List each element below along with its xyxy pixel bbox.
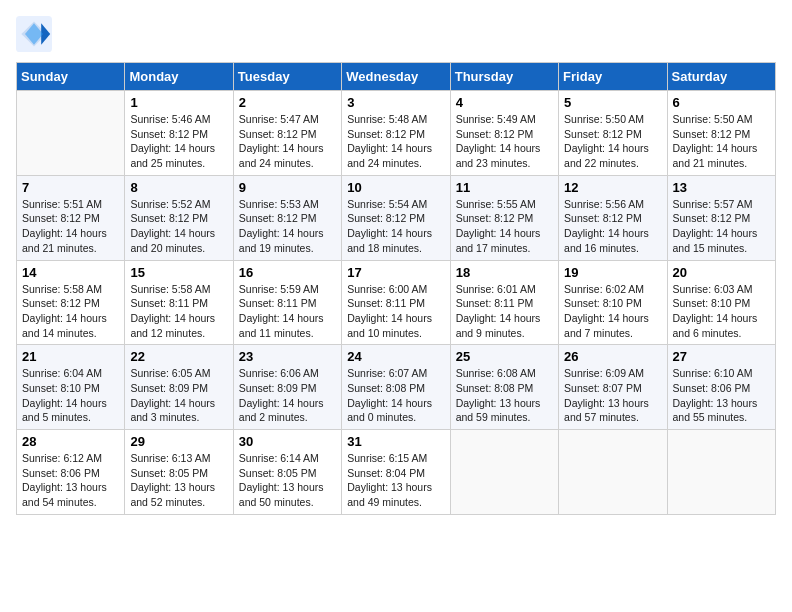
day-number: 31: [347, 434, 444, 449]
day-number: 29: [130, 434, 227, 449]
day-info: Sunrise: 6:10 AMSunset: 8:06 PMDaylight:…: [673, 366, 770, 425]
day-number: 5: [564, 95, 661, 110]
calendar-cell: 26Sunrise: 6:09 AMSunset: 8:07 PMDayligh…: [559, 345, 667, 430]
day-info: Sunrise: 6:15 AMSunset: 8:04 PMDaylight:…: [347, 451, 444, 510]
calendar-cell: 29Sunrise: 6:13 AMSunset: 8:05 PMDayligh…: [125, 430, 233, 515]
calendar-cell: 31Sunrise: 6:15 AMSunset: 8:04 PMDayligh…: [342, 430, 450, 515]
calendar-cell: 10Sunrise: 5:54 AMSunset: 8:12 PMDayligh…: [342, 175, 450, 260]
day-header-monday: Monday: [125, 63, 233, 91]
calendar-cell: 3Sunrise: 5:48 AMSunset: 8:12 PMDaylight…: [342, 91, 450, 176]
day-number: 2: [239, 95, 336, 110]
day-info: Sunrise: 5:56 AMSunset: 8:12 PMDaylight:…: [564, 197, 661, 256]
calendar-cell: 21Sunrise: 6:04 AMSunset: 8:10 PMDayligh…: [17, 345, 125, 430]
day-number: 4: [456, 95, 553, 110]
calendar-cell: 17Sunrise: 6:00 AMSunset: 8:11 PMDayligh…: [342, 260, 450, 345]
calendar-cell: 27Sunrise: 6:10 AMSunset: 8:06 PMDayligh…: [667, 345, 775, 430]
day-info: Sunrise: 6:03 AMSunset: 8:10 PMDaylight:…: [673, 282, 770, 341]
day-number: 10: [347, 180, 444, 195]
day-number: 19: [564, 265, 661, 280]
day-info: Sunrise: 6:06 AMSunset: 8:09 PMDaylight:…: [239, 366, 336, 425]
day-info: Sunrise: 6:13 AMSunset: 8:05 PMDaylight:…: [130, 451, 227, 510]
day-number: 26: [564, 349, 661, 364]
calendar-cell: 16Sunrise: 5:59 AMSunset: 8:11 PMDayligh…: [233, 260, 341, 345]
day-header-thursday: Thursday: [450, 63, 558, 91]
day-number: 14: [22, 265, 119, 280]
day-info: Sunrise: 5:53 AMSunset: 8:12 PMDaylight:…: [239, 197, 336, 256]
day-number: 22: [130, 349, 227, 364]
calendar-week-row: 28Sunrise: 6:12 AMSunset: 8:06 PMDayligh…: [17, 430, 776, 515]
day-info: Sunrise: 5:49 AMSunset: 8:12 PMDaylight:…: [456, 112, 553, 171]
calendar-cell: 7Sunrise: 5:51 AMSunset: 8:12 PMDaylight…: [17, 175, 125, 260]
day-number: 6: [673, 95, 770, 110]
calendar-cell: 19Sunrise: 6:02 AMSunset: 8:10 PMDayligh…: [559, 260, 667, 345]
day-number: 20: [673, 265, 770, 280]
calendar-cell: 1Sunrise: 5:46 AMSunset: 8:12 PMDaylight…: [125, 91, 233, 176]
day-number: 17: [347, 265, 444, 280]
day-header-wednesday: Wednesday: [342, 63, 450, 91]
day-number: 18: [456, 265, 553, 280]
day-number: 1: [130, 95, 227, 110]
day-number: 9: [239, 180, 336, 195]
calendar-header-row: SundayMondayTuesdayWednesdayThursdayFrid…: [17, 63, 776, 91]
calendar-cell: 13Sunrise: 5:57 AMSunset: 8:12 PMDayligh…: [667, 175, 775, 260]
day-number: 23: [239, 349, 336, 364]
calendar-cell: 15Sunrise: 5:58 AMSunset: 8:11 PMDayligh…: [125, 260, 233, 345]
calendar-cell: 30Sunrise: 6:14 AMSunset: 8:05 PMDayligh…: [233, 430, 341, 515]
day-info: Sunrise: 6:08 AMSunset: 8:08 PMDaylight:…: [456, 366, 553, 425]
day-info: Sunrise: 5:46 AMSunset: 8:12 PMDaylight:…: [130, 112, 227, 171]
day-info: Sunrise: 5:52 AMSunset: 8:12 PMDaylight:…: [130, 197, 227, 256]
calendar-cell: 14Sunrise: 5:58 AMSunset: 8:12 PMDayligh…: [17, 260, 125, 345]
logo: [16, 16, 58, 52]
day-number: 13: [673, 180, 770, 195]
day-number: 11: [456, 180, 553, 195]
day-info: Sunrise: 5:47 AMSunset: 8:12 PMDaylight:…: [239, 112, 336, 171]
day-info: Sunrise: 5:58 AMSunset: 8:12 PMDaylight:…: [22, 282, 119, 341]
day-number: 8: [130, 180, 227, 195]
calendar-cell: 28Sunrise: 6:12 AMSunset: 8:06 PMDayligh…: [17, 430, 125, 515]
day-info: Sunrise: 5:54 AMSunset: 8:12 PMDaylight:…: [347, 197, 444, 256]
day-info: Sunrise: 5:59 AMSunset: 8:11 PMDaylight:…: [239, 282, 336, 341]
day-number: 21: [22, 349, 119, 364]
calendar-cell: 6Sunrise: 5:50 AMSunset: 8:12 PMDaylight…: [667, 91, 775, 176]
calendar-cell: [559, 430, 667, 515]
day-number: 15: [130, 265, 227, 280]
day-info: Sunrise: 6:05 AMSunset: 8:09 PMDaylight:…: [130, 366, 227, 425]
day-info: Sunrise: 6:02 AMSunset: 8:10 PMDaylight:…: [564, 282, 661, 341]
calendar-cell: [450, 430, 558, 515]
day-header-sunday: Sunday: [17, 63, 125, 91]
day-info: Sunrise: 6:04 AMSunset: 8:10 PMDaylight:…: [22, 366, 119, 425]
day-info: Sunrise: 6:09 AMSunset: 8:07 PMDaylight:…: [564, 366, 661, 425]
calendar-table: SundayMondayTuesdayWednesdayThursdayFrid…: [16, 62, 776, 515]
day-number: 12: [564, 180, 661, 195]
calendar-cell: 18Sunrise: 6:01 AMSunset: 8:11 PMDayligh…: [450, 260, 558, 345]
calendar-week-row: 1Sunrise: 5:46 AMSunset: 8:12 PMDaylight…: [17, 91, 776, 176]
day-info: Sunrise: 5:55 AMSunset: 8:12 PMDaylight:…: [456, 197, 553, 256]
day-info: Sunrise: 6:01 AMSunset: 8:11 PMDaylight:…: [456, 282, 553, 341]
calendar-cell: 2Sunrise: 5:47 AMSunset: 8:12 PMDaylight…: [233, 91, 341, 176]
day-info: Sunrise: 6:12 AMSunset: 8:06 PMDaylight:…: [22, 451, 119, 510]
day-number: 28: [22, 434, 119, 449]
calendar-week-row: 14Sunrise: 5:58 AMSunset: 8:12 PMDayligh…: [17, 260, 776, 345]
day-info: Sunrise: 6:00 AMSunset: 8:11 PMDaylight:…: [347, 282, 444, 341]
calendar-cell: 24Sunrise: 6:07 AMSunset: 8:08 PMDayligh…: [342, 345, 450, 430]
calendar-cell: 23Sunrise: 6:06 AMSunset: 8:09 PMDayligh…: [233, 345, 341, 430]
calendar-cell: 5Sunrise: 5:50 AMSunset: 8:12 PMDaylight…: [559, 91, 667, 176]
day-header-saturday: Saturday: [667, 63, 775, 91]
calendar-cell: 22Sunrise: 6:05 AMSunset: 8:09 PMDayligh…: [125, 345, 233, 430]
calendar-cell: [17, 91, 125, 176]
day-number: 27: [673, 349, 770, 364]
day-number: 24: [347, 349, 444, 364]
calendar-week-row: 7Sunrise: 5:51 AMSunset: 8:12 PMDaylight…: [17, 175, 776, 260]
calendar-week-row: 21Sunrise: 6:04 AMSunset: 8:10 PMDayligh…: [17, 345, 776, 430]
day-info: Sunrise: 5:48 AMSunset: 8:12 PMDaylight:…: [347, 112, 444, 171]
day-header-tuesday: Tuesday: [233, 63, 341, 91]
day-info: Sunrise: 5:57 AMSunset: 8:12 PMDaylight:…: [673, 197, 770, 256]
day-info: Sunrise: 6:14 AMSunset: 8:05 PMDaylight:…: [239, 451, 336, 510]
day-number: 3: [347, 95, 444, 110]
calendar-cell: [667, 430, 775, 515]
day-number: 16: [239, 265, 336, 280]
day-info: Sunrise: 5:58 AMSunset: 8:11 PMDaylight:…: [130, 282, 227, 341]
calendar-cell: 8Sunrise: 5:52 AMSunset: 8:12 PMDaylight…: [125, 175, 233, 260]
day-number: 25: [456, 349, 553, 364]
calendar-cell: 4Sunrise: 5:49 AMSunset: 8:12 PMDaylight…: [450, 91, 558, 176]
